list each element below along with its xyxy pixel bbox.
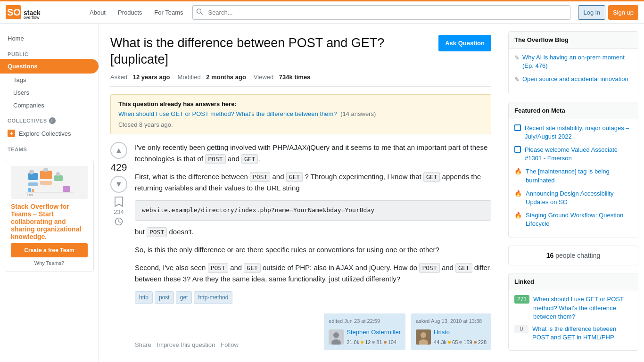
nav-about[interactable]: About	[84, 5, 111, 20]
code-get-2: GET	[286, 172, 303, 182]
meta-link-3[interactable]: The [maintenance] tag is being burninate…	[526, 167, 632, 184]
sidebar-item-home[interactable]: Home	[0, 31, 99, 46]
svg-point-24	[421, 332, 426, 338]
svg-rect-7	[28, 182, 38, 186]
post-actions: Share Improve this question Follow	[135, 340, 239, 350]
sidebar-item-questions[interactable]: Questions	[0, 59, 99, 74]
left-sidebar: Home PUBLIC Questions Tags Users Compani…	[0, 24, 99, 362]
svg-point-13	[56, 172, 60, 176]
linked-widget: Linked 273 When should I use GET or POST…	[508, 273, 638, 351]
vote-column: ▲ 429 ▼ 234	[110, 142, 127, 350]
svg-point-11	[29, 170, 34, 174]
history-button[interactable]	[115, 217, 123, 227]
create-team-button[interactable]: Create a free Team	[11, 243, 88, 257]
follow-link[interactable]: Follow	[221, 340, 239, 350]
main-nav: About Products For Teams	[84, 5, 189, 20]
code-post-4: POST	[208, 263, 228, 273]
chat-box[interactable]: 16 people chatting	[508, 246, 638, 265]
header-buttons: Log in Sign up	[578, 5, 638, 20]
meta-fire-icon-3: 🔥	[514, 211, 522, 220]
editor-info: Stephen Ostermiller 21.8k 12 81 104	[329, 328, 401, 346]
header: SO stack overflow About Products For Tea…	[0, 0, 644, 24]
silver-dot	[372, 341, 375, 344]
logo[interactable]: SO stack overflow	[6, 5, 76, 19]
chat-count: 16	[546, 252, 554, 259]
editor-action-label: edited Jun 23 at 22:59	[329, 317, 401, 326]
asker-rep: 44.3k 65 159 228	[434, 338, 487, 347]
why-teams-link[interactable]: Why Teams?	[11, 260, 88, 266]
editor-name[interactable]: Stephen Ostermiller	[347, 328, 401, 337]
meta-item-5: 🔥 Staging Ground Workflow: Question Life…	[514, 211, 632, 228]
editor-rep: 21.8k 12 81 104	[347, 338, 401, 347]
linked-item-2: 0 What is the difference between POST an…	[514, 325, 632, 342]
linked-items: 273 When should I use GET or POST method…	[509, 290, 638, 350]
asker-info: Hristo 44.3k 65 159 228	[416, 328, 487, 346]
meta-item-4: 🔥 Announcing Design Accessibility Update…	[514, 189, 632, 206]
downvote-button[interactable]: ▼	[110, 176, 127, 193]
blog-link-2[interactable]: Open source and accidental innovation	[522, 75, 628, 84]
code-post-5: POST	[419, 263, 439, 273]
svg-point-21	[333, 332, 339, 338]
upvote-button[interactable]: ▲	[110, 142, 127, 159]
nav-for-teams[interactable]: For Teams	[149, 5, 189, 20]
question-header: What is the difference between POST and …	[110, 35, 491, 68]
meta-link-5[interactable]: Staging Ground Workflow: Question Lifecy…	[526, 211, 632, 228]
meta-link-2[interactable]: Please welcome Valued Associate #1301 - …	[525, 146, 632, 163]
linked-item-1: 273 When should I use GET or POST method…	[514, 295, 632, 321]
sidebar-item-companies[interactable]: Companies	[0, 99, 99, 112]
bookmark-button[interactable]	[115, 197, 123, 208]
collectives-info-icon[interactable]: i	[49, 117, 56, 124]
code-get-4: GET	[244, 263, 260, 273]
nav-products[interactable]: Products	[112, 5, 148, 20]
search-icon	[196, 8, 203, 16]
asker-gold-dot	[448, 341, 451, 344]
svg-rect-14	[26, 192, 73, 193]
asker-avatar	[416, 329, 431, 345]
code-post-1: POST	[205, 154, 225, 164]
svg-line-5	[201, 13, 203, 15]
ask-question-button[interactable]: Ask Question	[438, 35, 491, 51]
asker-bronze-dot	[474, 341, 477, 344]
main-wrap: Home PUBLIC Questions Tags Users Compani…	[0, 24, 644, 362]
asker-action-label: asked Aug 13, 2010 at 13:38	[416, 317, 487, 326]
tag-get[interactable]: get	[176, 291, 192, 304]
tags-row: http post get http-method	[135, 291, 491, 304]
closed-notice: Closed 8 years ago.	[118, 121, 483, 128]
editor-card: edited Jun 23 at 22:59 Stephen Ostermill…	[324, 313, 405, 350]
meta-link-4[interactable]: Announcing Design Accessibility Updates …	[526, 189, 632, 206]
linked-link-1[interactable]: When should I use GET or POST method? Wh…	[533, 295, 632, 321]
tag-post[interactable]: post	[155, 291, 174, 304]
blog-link-1[interactable]: Why AI is having an on-prem moment (Ep. …	[522, 53, 632, 70]
sidebar-item-users[interactable]: Users	[0, 86, 99, 99]
login-button[interactable]: Log in	[578, 5, 605, 20]
duplicate-link[interactable]: When should I use GET or POST method? Wh…	[118, 110, 337, 117]
question-body-wrap: ▲ 429 ▼ 234 I've only recently been gett…	[110, 142, 491, 350]
sidebar-teams-label: TEAMS	[0, 141, 99, 154]
meta-fire-icon-2: 🔥	[514, 189, 522, 198]
bronze-dot	[384, 341, 387, 344]
share-link[interactable]: Share	[135, 340, 151, 350]
tag-http-method[interactable]: http-method	[194, 291, 232, 304]
chat-label: people chatting	[555, 252, 600, 259]
meta-sq-icon-2	[514, 146, 521, 153]
collectives-icon: ✦	[8, 130, 15, 137]
code-post-2: POST	[250, 172, 270, 182]
user-cards: edited Jun 23 at 22:59 Stephen Ostermill…	[324, 313, 491, 350]
sidebar-item-tags[interactable]: Tags	[0, 74, 99, 86]
meta-item-1: Recent site instability, major outages –…	[514, 124, 632, 141]
improve-link[interactable]: Improve this question	[157, 340, 215, 350]
sidebar-item-explore-collectives[interactable]: ✦ Explore Collectives	[0, 126, 99, 141]
asker-name[interactable]: Hristo	[434, 328, 487, 337]
linked-link-2[interactable]: What is the difference between POST and …	[532, 325, 632, 342]
linked-widget-title: Linked	[509, 273, 638, 290]
sidebar-collectives-label: COLLECTIVES i	[0, 112, 99, 126]
viewed-meta: Viewed 734k times	[254, 74, 311, 81]
modified-meta: Modified 2 months ago	[178, 74, 246, 81]
editor-avatar	[329, 329, 344, 345]
meta-sq-icon-1	[514, 124, 521, 131]
signup-button[interactable]: Sign up	[608, 5, 638, 20]
code-get-5: GET	[455, 263, 472, 273]
meta-link-1[interactable]: Recent site instability, major outages –…	[525, 124, 632, 141]
search-input[interactable]	[192, 5, 570, 20]
tag-http[interactable]: http	[135, 291, 153, 304]
